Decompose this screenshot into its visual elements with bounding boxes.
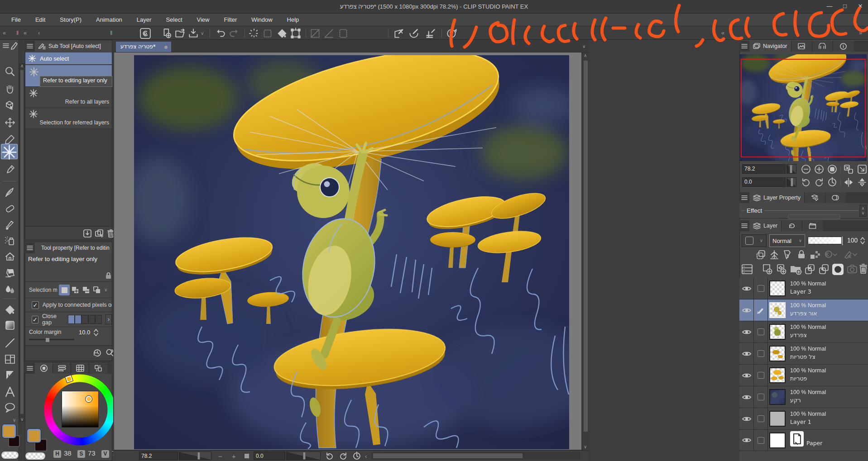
reference-layer-disabled-icon[interactable] (843, 249, 858, 260)
scroll-up-icon[interactable]: ∧ (584, 53, 587, 58)
layer-visibility-eye-icon[interactable] (739, 408, 753, 429)
zoom-tool[interactable] (4, 66, 16, 77)
transform-button[interactable] (290, 28, 302, 38)
rotate-right-icon[interactable] (339, 451, 348, 461)
new-layer-folder-icon[interactable] (790, 263, 802, 275)
layer-thumbnail[interactable] (769, 389, 786, 405)
layer-thumbnail[interactable] (769, 411, 786, 427)
layer-row[interactable]: 100 % Normal Layer 1 (739, 408, 868, 430)
text-tool[interactable] (4, 386, 16, 398)
effect-scroll-stepper[interactable]: ∧∨ (859, 205, 867, 217)
balloon-tool[interactable] (4, 402, 16, 413)
dock-collapse-right-icon[interactable]: « (721, 28, 724, 38)
tool-scroll-up-icon[interactable]: ∧ (20, 64, 24, 68)
nav-flip-vertical-icon[interactable] (857, 177, 868, 188)
snap-ruler-disabled-button[interactable] (323, 28, 335, 38)
nav-actual-size-icon[interactable] (843, 164, 854, 175)
deselect-button[interactable] (248, 28, 260, 38)
blend-mode-dropdown[interactable]: Normal∨ (769, 234, 805, 247)
lock-layer-icon[interactable] (797, 249, 806, 260)
layer-thumbnail[interactable] (769, 367, 786, 383)
subtool-item-refer-all[interactable]: Refer to all layers (25, 87, 112, 108)
navigator-zoom-field[interactable]: 78.2 (742, 164, 786, 174)
selection-mode-new-button[interactable] (59, 285, 70, 295)
mask-property-tab[interactable] (825, 192, 846, 203)
status-rotation-field[interactable]: 0.0 (254, 451, 285, 460)
dock-handle-right-icon[interactable]: ‖ (730, 28, 732, 38)
color-slider-tab[interactable] (53, 363, 71, 374)
reset-settings-button[interactable] (92, 348, 102, 358)
status-zoom-field[interactable]: 78.2 (139, 451, 178, 460)
color-margin-stepper[interactable] (93, 328, 99, 337)
canvas-artwork[interactable] (134, 55, 569, 449)
maximize-button[interactable]: □ (837, 0, 853, 14)
save-icon[interactable] (187, 28, 199, 38)
nav-fit-window-icon[interactable] (857, 164, 868, 175)
layer-visibility-eye-icon[interactable] (739, 278, 753, 299)
layer-thumbnail[interactable] (769, 302, 786, 318)
apply-mask-disabled-icon[interactable] (846, 263, 859, 275)
layer-checkbox[interactable] (754, 365, 767, 386)
delete-layer-icon[interactable] (859, 263, 867, 275)
new-document-icon[interactable] (161, 28, 173, 38)
transparent-color-swatch[interactable] (1, 451, 19, 459)
eraser-tool[interactable] (4, 266, 16, 278)
close-gap-level-selector[interactable] (68, 315, 102, 324)
subtool-item-selection-referred[interactable]: Selection for referred layers (25, 108, 112, 129)
pen-tool[interactable] (4, 186, 16, 198)
rotate-left-icon[interactable] (325, 451, 334, 461)
lock-icon[interactable] (105, 272, 112, 279)
snap-off-button[interactable] (309, 28, 321, 38)
menu-view[interactable]: View (190, 14, 216, 26)
dock-handle-icon[interactable]: ‖ (16, 28, 19, 38)
menu-file[interactable]: File (5, 14, 28, 26)
brush-tool[interactable] (4, 219, 16, 231)
zoom-out-icon[interactable]: − (218, 451, 222, 461)
clip-to-layer-below-icon[interactable] (756, 249, 766, 260)
thumbnail-size-dropdown[interactable]: ∨ (742, 234, 767, 247)
dock-collapse-single-icon[interactable]: ‹ (38, 28, 40, 38)
fill-tool[interactable] (4, 304, 16, 316)
blend-tool[interactable] (4, 284, 16, 295)
save-dropdown-chevron-icon[interactable]: ∨ (201, 29, 204, 38)
correct-line-tool[interactable] (4, 369, 16, 381)
layer-row[interactable]: 100 % Normal צפרדע (739, 321, 868, 343)
open-file-icon[interactable] (174, 28, 186, 38)
move-view-tool[interactable] (4, 83, 16, 95)
selection-mode-multiply-button[interactable] (91, 285, 102, 295)
fit-to-screen-icon[interactable] (245, 454, 249, 458)
status-rotation-slider[interactable] (286, 451, 321, 460)
close-gap-expand-button[interactable]: › (106, 314, 112, 324)
layer-row[interactable]: 100 % Normal רקע (739, 386, 868, 408)
layer-checkbox[interactable] (754, 408, 767, 429)
canvas-hscrollbar[interactable] (371, 452, 580, 460)
nav-fit-icon[interactable] (827, 164, 838, 175)
opacity-handle[interactable] (841, 236, 844, 246)
hscroll-left-icon[interactable]: ‹ (365, 451, 367, 461)
nav-rotate-right-icon[interactable] (814, 177, 825, 188)
transfer-to-lower-layer-icon[interactable] (804, 263, 816, 275)
animation-tab[interactable] (802, 220, 823, 231)
layer-property-tab[interactable]: Layer Property (749, 192, 805, 203)
subtool-tab[interactable]: Sub Tool [Auto select] (35, 41, 112, 52)
color-wheel-tab[interactable] (35, 363, 53, 374)
duplicate-subtool-icon[interactable] (94, 228, 104, 238)
color-panel-menu-icon[interactable] (25, 363, 35, 373)
layer-visibility-eye-icon[interactable] (739, 430, 753, 451)
nav-reset-rotation-icon[interactable] (827, 177, 838, 188)
tool-property-tab[interactable]: Tool property [Refer to editin (35, 242, 112, 253)
close-button[interactable]: ✕ (853, 0, 868, 14)
sv-square[interactable] (62, 391, 99, 428)
layer-panel-menu-icon[interactable] (739, 221, 749, 231)
move-layer-tool[interactable] (4, 117, 16, 128)
nav-flip-horizontal-icon[interactable] (843, 177, 854, 188)
tool-palette-tab-icon[interactable] (10, 41, 18, 50)
menu-window[interactable]: Window (245, 14, 279, 26)
layer-property-menu-icon[interactable] (739, 193, 749, 203)
navigator-tab[interactable]: Navigator (749, 41, 791, 52)
navigator-rotation-field[interactable]: 0.0 (742, 177, 786, 187)
document-tab[interactable]: פטריה צפרדע* (116, 42, 171, 52)
layer-row[interactable]: 100 % Normal צל פטריות (739, 343, 868, 365)
layer-checkbox[interactable] (754, 343, 767, 364)
layer-thumbnail[interactable] (769, 324, 786, 340)
